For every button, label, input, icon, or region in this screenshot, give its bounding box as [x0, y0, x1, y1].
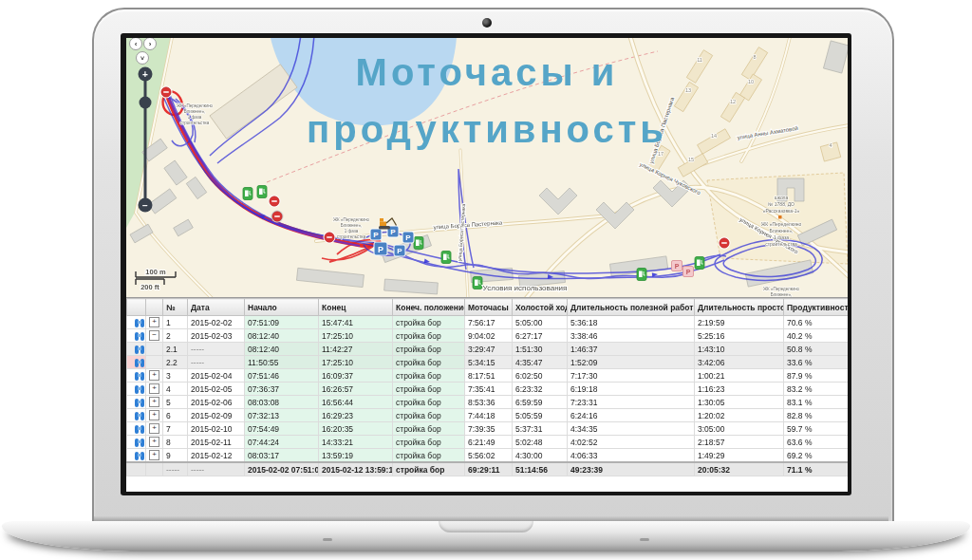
expand-row-button[interactable]: +	[149, 383, 159, 394]
cell-date: 2015-02-09	[188, 409, 245, 422]
expand-row-button[interactable]: +	[149, 410, 159, 420]
table-row[interactable]: 2.1-----08:12:4011:42:27стройка бор3:29:…	[127, 343, 849, 356]
binoculars-icon[interactable]	[135, 425, 139, 434]
table-row[interactable]: +12015-02-0207:51:0915:47:41стройка бор7…	[127, 316, 849, 329]
binoculars-icon[interactable]	[135, 319, 139, 327]
svg-text:˅: ˅	[140, 55, 144, 62]
binoculars-icon[interactable]	[135, 412, 139, 420]
table-row[interactable]: +92015-02-1208:03:1713:59:19стройка бор5…	[127, 449, 849, 463]
svg-text:15: 15	[688, 157, 694, 162]
cell-idle: 51:14:56	[513, 462, 568, 476]
table-row[interactable]: 2.2-----11:50:5517:25:10стройка бор5:34:…	[127, 356, 849, 369]
header-hours[interactable]: Моточасы	[465, 299, 513, 316]
cell-location: стройка бор	[393, 422, 465, 436]
header-location[interactable]: Конеч. положение	[393, 299, 465, 316]
expand-row-button[interactable]: +	[149, 397, 159, 407]
svg-text:200 ft: 200 ft	[140, 283, 159, 291]
cell-idle: 5:05:59	[513, 409, 568, 422]
zoom-out-button[interactable]: −	[139, 198, 153, 213]
cell-downtime: 2:19:59	[695, 316, 784, 329]
table-row[interactable]: +32015-02-0407:51:4616:09:37стройка бор8…	[127, 369, 849, 383]
table-total-row[interactable]: ----------2015-02-02 07:51:092015-02-12 …	[127, 462, 849, 476]
expand-row-button[interactable]: +	[149, 437, 159, 447]
header-productivity[interactable]: Продуктивность	[784, 299, 849, 316]
expand-row-button[interactable]: +	[149, 370, 159, 381]
binoculars-icon[interactable]	[135, 359, 139, 367]
cell-end: 17:25:10	[319, 329, 393, 343]
cell-date: 2015-02-05	[188, 383, 245, 396]
cell-idle: 6:23:32	[513, 383, 568, 396]
pan-left-button[interactable]: ‹	[130, 38, 142, 50]
binoculars-icon[interactable]	[135, 372, 139, 381]
cell-hours: 69:29:11	[465, 462, 513, 476]
header-binoculars	[127, 299, 146, 316]
header-date[interactable]: Дата	[188, 299, 245, 316]
expand-row-button[interactable]: +	[149, 423, 159, 434]
binoculars-icon[interactable]	[135, 345, 139, 354]
header-start[interactable]: Начало	[245, 299, 319, 316]
cell-useful: 1:46:37	[568, 343, 695, 356]
binoculars-icon[interactable]	[135, 385, 139, 394]
table-body: +12015-02-0207:51:0915:47:41стройка бор7…	[127, 316, 849, 463]
expand-row-button[interactable]: +	[149, 450, 159, 460]
table-row[interactable]: +52015-02-0608:03:0816:56:44стройка бор8…	[127, 396, 849, 409]
header-end[interactable]: Конец	[319, 299, 393, 316]
cell-end: 16:56:44	[319, 396, 393, 409]
svg-text:ЖК «Переделкино: ЖК «Переделкино	[761, 221, 802, 227]
cell-start: 07:51:09	[245, 316, 319, 329]
cell-productivity: 83.1 %	[784, 396, 849, 409]
svg-text:P: P	[686, 269, 691, 275]
header-useful[interactable]: Длительность полезной работы	[568, 299, 695, 316]
svg-text:ЖК «Переделкино: ЖК «Переделкино	[333, 217, 370, 222]
cell-downtime: 3:42:06	[695, 356, 784, 369]
header-num[interactable]: №	[163, 299, 188, 316]
cell-useful: 3:38:46	[568, 329, 695, 343]
table-row[interactable]: +72015-02-1007:54:4916:20:35стройка бор7…	[127, 422, 849, 436]
cell-date: 2015-02-10	[188, 422, 245, 436]
zoom-in-button[interactable]: +	[139, 67, 153, 82]
cell-productivity: 70.6 %	[784, 316, 849, 329]
svg-text:‹: ‹	[135, 40, 138, 48]
svg-text:строительства: строительства	[180, 121, 210, 125]
app-screen: P P P P P P P улица Бориса Пастернака	[126, 38, 848, 492]
svg-text:1 фаза: 1 фаза	[345, 229, 359, 233]
svg-text:11: 11	[697, 57, 702, 63]
cell-end: 14:33:21	[319, 436, 393, 449]
pan-right-button[interactable]: ›	[144, 38, 157, 50]
expand-row-button[interactable]: +	[149, 317, 159, 327]
table-row[interactable]: −22015-02-0308:12:4017:25:10стройка бор9…	[127, 329, 849, 343]
cell-date: 2015-02-03	[188, 329, 245, 343]
cell-useful: 6:19:18	[568, 383, 695, 396]
table-row[interactable]: +82015-02-1107:44:2414:33:21стройка бор6…	[127, 436, 849, 449]
table-foot: ----------2015-02-02 07:51:092015-02-12 …	[127, 462, 849, 476]
svg-text:Ближнее»,: Ближнее»,	[341, 223, 362, 228]
cell-hours: 7:35:41	[465, 383, 513, 396]
header-idle[interactable]: Холостой ход	[513, 299, 568, 316]
cell-hours: 8:17:51	[465, 369, 513, 383]
cell-expand	[146, 462, 163, 476]
svg-text:«Рассказовка-1»: «Рассказовка-1»	[763, 208, 800, 214]
cell-downtime: 1:43:10	[695, 343, 784, 356]
pan-down-button[interactable]: ˅	[137, 52, 149, 65]
cell-end: 16:09:37	[319, 369, 393, 383]
cell-track-icon	[127, 316, 146, 329]
svg-text:1 фаза: 1 фаза	[188, 115, 202, 120]
header-downtime[interactable]: Длительность простоя	[695, 299, 784, 316]
zoom-slider-handle[interactable]	[140, 97, 152, 109]
cell-date: 2015-02-06	[188, 396, 245, 409]
cell-hours: 8:53:36	[465, 396, 513, 409]
map-canvas[interactable]: P P P P P P P улица Бориса Пастернака	[126, 38, 848, 297]
binoculars-icon[interactable]	[135, 332, 139, 341]
svg-text:›: ›	[149, 40, 152, 48]
binoculars-icon[interactable]	[135, 439, 139, 447]
cell-productivity: 63.6 %	[784, 436, 849, 449]
binoculars-icon[interactable]	[135, 452, 139, 460]
collapse-row-button[interactable]: −	[149, 330, 159, 341]
binoculars-icon[interactable]	[135, 399, 139, 407]
cell-hours: 7:44:18	[465, 409, 513, 422]
cell-num: 8	[163, 436, 188, 449]
table-row[interactable]: +42015-02-0507:36:3716:26:57стройка бор7…	[127, 383, 849, 396]
table-row[interactable]: +62015-02-0907:32:1316:29:23стройка бор7…	[127, 409, 849, 422]
svg-text:школа: школа	[775, 195, 789, 200]
svg-text:12: 12	[730, 99, 736, 104]
